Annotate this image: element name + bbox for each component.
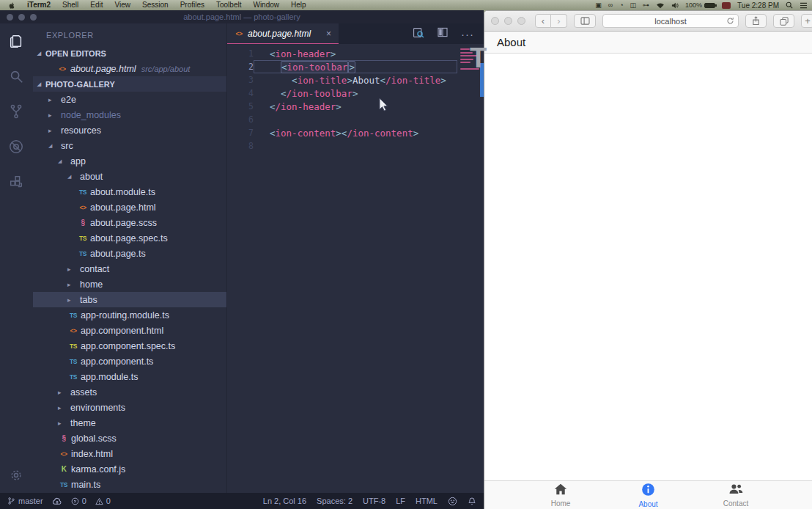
status-item-warning[interactable]: 0 (95, 497, 111, 505)
settings-gear-icon[interactable] (7, 466, 25, 484)
screen-record-icon[interactable]: ▣ (595, 0, 602, 10)
reload-icon[interactable] (726, 17, 734, 26)
tree-item-theme[interactable]: ▸theme (33, 415, 226, 431)
menu-item-window[interactable]: Window (247, 0, 285, 10)
status-item[interactable]: LF (396, 497, 405, 505)
tab-about[interactable]: About (615, 483, 682, 508)
apple-menu-icon[interactable] (9, 2, 15, 9)
tree-item-app.component.spec.ts[interactable]: TSapp.component.spec.ts (33, 338, 226, 354)
status-item[interactable]: HTML (416, 497, 438, 505)
back-button[interactable]: ‹ (535, 14, 551, 28)
status-item-git-branch[interactable]: master (7, 497, 43, 505)
tree-item-index.html[interactable]: <>index.html (33, 446, 226, 461)
tree-item-app[interactable]: ◢app (33, 153, 226, 169)
code-line-2[interactable]: 2 <ion-toolbar> (227, 60, 484, 73)
glasses-icon[interactable]: ∞ (608, 0, 613, 10)
status-item-bell[interactable] (468, 497, 476, 506)
minimize-window-button[interactable] (18, 14, 25, 21)
wifi-icon[interactable] (656, 2, 665, 9)
tree-item-app.component.html[interactable]: <>app.component.html (33, 323, 226, 338)
new-tab-button[interactable]: + (801, 14, 812, 28)
tree-item-app.module.ts[interactable]: TSapp.module.ts (33, 369, 226, 384)
open-editors-section-header[interactable]: ◢ OPEN EDITORS (33, 45, 226, 61)
menu-item-toolbelt[interactable]: Toolbelt (210, 0, 247, 10)
status-item[interactable]: UTF-8 (363, 497, 385, 505)
menu-item-profiles[interactable]: Profiles (174, 0, 210, 10)
tab-overview-button[interactable] (773, 14, 794, 28)
tree-item-assets[interactable]: ▸assets (33, 384, 226, 400)
editor-tab-about-page-html[interactable]: <> about.page.html × (227, 23, 339, 44)
zoom-window-button[interactable] (30, 14, 37, 21)
tab-close-icon[interactable]: × (326, 29, 331, 39)
input-source-flag-icon[interactable] (722, 2, 731, 9)
source-control-icon[interactable] (7, 103, 25, 120)
status-item-error[interactable]: 0 (71, 497, 86, 505)
tab-contact[interactable]: Contact (702, 483, 769, 508)
tree-item-global.scss[interactable]: §global.scss (33, 431, 226, 446)
menu-item-shell[interactable]: Shell (56, 0, 84, 10)
address-bar[interactable]: localhost (602, 14, 739, 28)
tab-home[interactable]: Home (527, 483, 594, 508)
more-actions-icon[interactable]: ··· (461, 28, 474, 40)
tree-item-app-routing.module.ts[interactable]: TSapp-routing.module.ts (33, 307, 226, 323)
code-line-3[interactable]: 3 <ion-title>About</ion-title> (227, 73, 484, 87)
status-item-cloud-upload[interactable] (52, 497, 62, 505)
clock-app-icon[interactable]: ◔ (619, 0, 623, 10)
debug-icon[interactable] (7, 138, 25, 155)
tree-item-karma.conf.js[interactable]: Kkarma.conf.js (33, 461, 226, 477)
tree-item-app.component.ts[interactable]: TSapp.component.ts (33, 354, 226, 369)
menu-item-help[interactable]: Help (285, 0, 312, 10)
open-editor-item[interactable]: <> about.page.html src/app/about (33, 61, 226, 76)
tree-item-node_modules[interactable]: ▸node_modules (33, 107, 226, 122)
split-editor-icon[interactable] (437, 26, 449, 41)
close-window-button[interactable] (7, 14, 13, 21)
close-window-button[interactable] (491, 17, 499, 25)
extensions-icon[interactable] (7, 173, 25, 191)
tree-item-src[interactable]: ◢src (33, 138, 226, 153)
tree-item-about.page.ts[interactable]: TSabout.page.ts (33, 246, 226, 261)
notification-center-icon[interactable] (800, 2, 808, 9)
code-editor[interactable]: 1<ion-header>2 <ion-toolbar>3 <ion-title… (227, 44, 484, 493)
project-section-header[interactable]: ◢ PHOTO-GALLERY (33, 76, 226, 92)
battery-indicator[interactable]: 100% (685, 1, 715, 9)
share-button[interactable] (745, 14, 767, 28)
tree-item-main.ts[interactable]: TSmain.ts (33, 477, 226, 492)
tree-item-tabs[interactable]: ▸tabs (33, 292, 226, 307)
code-line-1[interactable]: 1<ion-header> (227, 47, 484, 60)
menu-item-session[interactable]: Session (136, 0, 174, 10)
menu-item-edit[interactable]: Edit (84, 0, 108, 10)
tree-item-contact[interactable]: ▸contact (33, 261, 226, 277)
minimize-window-button[interactable] (504, 17, 512, 25)
search-icon[interactable] (7, 67, 25, 85)
tree-item-e2e[interactable]: ▸e2e (33, 92, 226, 107)
tree-item-environments[interactable]: ▸environments (33, 400, 226, 415)
code-line-5[interactable]: 5</ion-header> (227, 100, 484, 113)
forward-button[interactable]: › (551, 14, 567, 28)
spotlight-icon[interactable] (786, 1, 793, 9)
tree-item-home[interactable]: ▸home (33, 277, 226, 292)
volume-icon[interactable] (671, 2, 679, 9)
vscode-titlebar[interactable]: about.page.html — photo-gallery (0, 10, 484, 23)
zoom-window-button[interactable] (517, 17, 525, 25)
key-icon[interactable]: ⊶ (643, 0, 649, 10)
status-item[interactable]: Spaces: 2 (317, 497, 353, 505)
menubar-clock[interactable]: Tue 2:28 PM (737, 1, 779, 10)
menu-item-view[interactable]: View (109, 0, 137, 10)
tree-item-about.module.ts[interactable]: TSabout.module.ts (33, 184, 226, 199)
tree-item-resources[interactable]: ▸resources (33, 122, 226, 138)
tree-item-about.page.scss[interactable]: §about.page.scss (33, 215, 226, 230)
tree-item-about[interactable]: ◢about (33, 169, 226, 184)
status-item-feedback[interactable] (448, 497, 457, 506)
code-line-6[interactable]: 6 (227, 113, 484, 126)
open-preview-icon[interactable] (412, 26, 424, 42)
sidebar-toggle-button[interactable] (574, 14, 596, 28)
code-line-8[interactable]: 8 (227, 139, 484, 153)
code-line-7[interactable]: 7<ion-content></ion-content> (227, 126, 484, 139)
code-line-4[interactable]: 4 </ion-toolbar> (227, 87, 484, 100)
menubar-app-name[interactable]: iTerm2 (21, 0, 56, 10)
display-icon[interactable]: ◫ (630, 0, 637, 10)
status-item[interactable]: Ln 2, Col 16 (263, 497, 306, 505)
tree-item-about.page.html[interactable]: <>about.page.html (33, 199, 226, 215)
tree-item-about.page.spec.ts[interactable]: TSabout.page.spec.ts (33, 230, 226, 246)
explorer-icon[interactable] (7, 32, 25, 50)
